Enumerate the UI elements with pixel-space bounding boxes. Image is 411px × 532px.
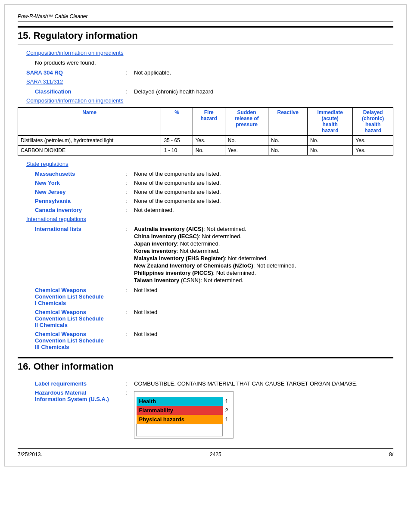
table-row: Distillates (petroleum), hydrotreated li… — [18, 136, 393, 146]
hmis-health-value: 1 — [223, 397, 231, 406]
pennsylvania-label: Pennsylvania — [35, 198, 71, 204]
hmis-chart: Health 1 Flammability 2 Physical hazards… — [134, 391, 234, 439]
intl-list-item: Taiwan inventory (CSNN): Not determined. — [134, 277, 393, 283]
sara304-value: Not applicable. — [134, 69, 393, 76]
table-row: CARBON DIOXIDE 1 - 10 No. Yes. No. No. Y… — [18, 146, 393, 156]
footer-page-num: 2425 — [210, 451, 221, 457]
cwc3-label: Chemical WeaponsConvention List Schedule… — [35, 331, 104, 350]
col-header-reactive: Reactive — [268, 108, 308, 136]
hmis-table: Health 1 Flammability 2 Physical hazards… — [136, 397, 231, 436]
section15-heading: 15. Regulatory information — [18, 26, 393, 44]
hmis-label: Hazardous MaterialInformation System (U.… — [35, 389, 109, 402]
hmis-flammability-label: Flammability — [137, 406, 223, 415]
classification-label: Classification — [35, 88, 72, 95]
hmis-empty-cell — [137, 424, 223, 436]
hmis-empty-row — [137, 424, 231, 436]
col-header-fire: Firehazard — [193, 108, 225, 136]
hmis-health-label: Health — [137, 397, 223, 406]
label-req-row: Label requirements : COMBUSTIBLE. CONTAI… — [26, 380, 393, 387]
newyork-value: None of the components are listed. — [134, 180, 393, 186]
cwc2-row: Chemical WeaponsConvention List Schedule… — [26, 309, 393, 328]
footer-date: 7/25/2013. — [18, 451, 42, 457]
footer-page-label: 8/ — [389, 451, 393, 457]
sara311-link-block: SARA 311/312 — [26, 78, 393, 85]
col-header-pct: % — [161, 108, 193, 136]
doc-title: Pow-R-Wash™ Cable Cleaner — [18, 13, 393, 22]
hmis-physical-row: Physical hazards 1 — [137, 415, 231, 424]
hmis-physical-label: Physical hazards — [137, 415, 223, 424]
hmis-physical-value: 1 — [223, 415, 231, 424]
page-wrapper: Pow-R-Wash™ Cable Cleaner 15. Regulatory… — [4, 4, 407, 467]
col-header-sudden: Suddenrelease ofpressure — [225, 108, 268, 136]
label-req-value: COMBUSTIBLE. CONTAINS MATERIAL THAT CAN … — [134, 380, 393, 387]
col-header-delayed: Delayed(chronic)healthhazard — [353, 108, 393, 136]
intl-lists-row: International lists : Australia inventor… — [26, 226, 393, 284]
label-req-label: Label requirements — [35, 380, 87, 387]
composition-link2[interactable]: Composition/information on ingredients — [26, 97, 123, 104]
newyork-row: New York : None of the components are li… — [26, 180, 393, 186]
intl-list-item: Malaysia Inventory (EHS Register): Not d… — [134, 255, 393, 261]
massachusetts-label: Massachusetts — [35, 171, 75, 177]
hmis-health-row: Health 1 — [137, 397, 231, 406]
intl-list-item: Korea inventory: Not determined. — [134, 248, 393, 254]
composition-link1-block: Composition/information on ingredients — [26, 50, 393, 56]
cwc2-value: Not listed — [134, 309, 393, 315]
hmis-flammability-row: Flammability 2 — [137, 406, 231, 415]
hmis-value: Health 1 Flammability 2 Physical hazards… — [134, 389, 393, 440]
international-regulations-link[interactable]: International regulations — [26, 216, 86, 222]
classification-row: Classification : Delayed (chronic) healt… — [26, 88, 393, 95]
newjersey-row: New Jersey : None of the components are … — [26, 189, 393, 195]
massachusetts-row: Massachusetts : None of the components a… — [26, 171, 393, 177]
cwc1-value: Not listed — [134, 287, 393, 293]
sara304-label: SARA 304 RQ — [26, 69, 63, 76]
cwc3-row: Chemical WeaponsConvention List Schedule… — [26, 331, 393, 350]
newyork-label: New York — [35, 180, 60, 186]
col-header-immediate: Immediate(acute)healthhazard — [308, 108, 353, 136]
composition-link2-block: Composition/information on ingredients — [26, 97, 393, 104]
pennsylvania-value: None of the components are listed. — [134, 198, 393, 204]
canada-value: Not determined. — [134, 207, 393, 213]
state-regulations-block: State regulations — [26, 161, 393, 167]
canada-label: Canada inventory — [35, 207, 82, 213]
massachusetts-value: None of the components are listed. — [134, 171, 393, 177]
no-products-text: No products were found. — [35, 59, 393, 66]
cwc3-value: Not listed — [134, 331, 393, 337]
hmis-row: Hazardous MaterialInformation System (U.… — [26, 389, 393, 440]
composition-link1[interactable]: Composition/information on ingredients — [26, 50, 123, 56]
canada-row: Canada inventory : Not determined. — [26, 207, 393, 213]
state-regulations-link[interactable]: State regulations — [26, 161, 68, 167]
international-regulations-block: International regulations — [26, 216, 393, 222]
doc-title-text: Pow-R-Wash™ Cable Cleaner — [18, 13, 88, 19]
intl-lists-values: Australia inventory (AICS): Not determin… — [134, 226, 393, 284]
classification-value: Delayed (chronic) health hazard — [134, 88, 393, 95]
intl-list-item: Australia inventory (AICS): Not determin… — [134, 226, 393, 232]
intl-list-item: New Zealand Inventory of Chemicals (NZIo… — [134, 262, 393, 269]
sara304-row: SARA 304 RQ : Not applicable. — [26, 69, 393, 76]
newjersey-value: None of the components are listed. — [134, 189, 393, 195]
intl-list-item: Japan inventory: Not determined. — [134, 240, 393, 247]
cwc1-row: Chemical WeaponsConvention List Schedule… — [26, 287, 393, 306]
pennsylvania-row: Pennsylvania : None of the components ar… — [26, 198, 393, 204]
intl-list-item: China inventory (IECSC): Not determined. — [134, 233, 393, 240]
footer: 7/25/2013. 2425 8/ — [18, 448, 393, 457]
ingredients-table: Name % Firehazard Suddenrelease ofpressu… — [18, 107, 393, 156]
section16-heading: 16. Other information — [18, 357, 393, 375]
cwc1-label: Chemical WeaponsConvention List Schedule… — [35, 287, 104, 306]
hmis-flammability-value: 2 — [223, 406, 231, 415]
sara311-link[interactable]: SARA 311/312 — [26, 78, 63, 85]
newjersey-label: New Jersey — [35, 189, 66, 195]
intl-lists-label: International lists — [35, 226, 81, 232]
cwc2-label: Chemical WeaponsConvention List Schedule… — [35, 309, 104, 328]
col-header-name: Name — [18, 108, 161, 136]
intl-list-item: Philippines inventory (PICCS): Not deter… — [134, 270, 393, 276]
